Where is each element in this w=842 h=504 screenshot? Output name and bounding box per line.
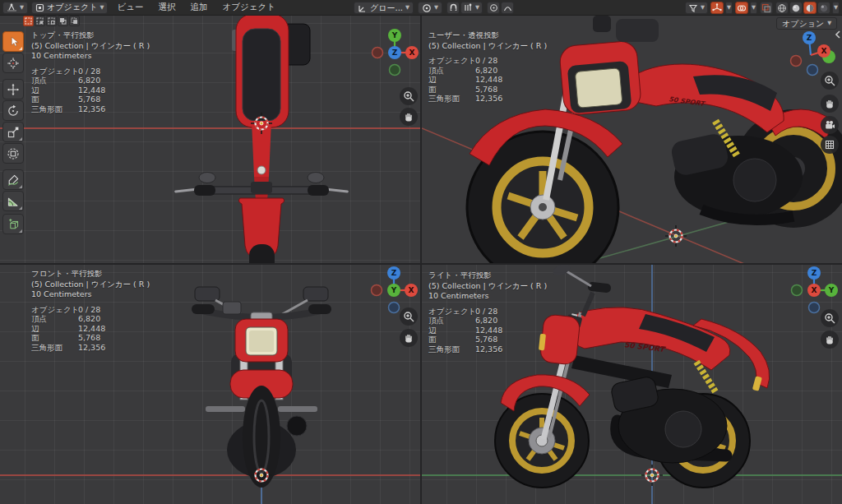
collection-path: (5) Collection | ウインカー ( R ) xyxy=(428,281,547,292)
shading-wireframe-button[interactable] xyxy=(775,2,789,14)
3d-cursor xyxy=(641,465,663,486)
stat-label: 面 xyxy=(428,335,475,344)
overlays-icon xyxy=(737,3,747,13)
stat-value: 5,768 xyxy=(475,85,497,95)
viewport-divider-vertical[interactable] xyxy=(420,16,422,504)
zoom-button[interactable] xyxy=(400,307,418,326)
stat-row: 面5,768 xyxy=(428,335,547,344)
tool-submenu-indicator xyxy=(19,137,22,141)
navigation-gizmo[interactable]: Z Y X xyxy=(789,265,840,316)
pan-button[interactable] xyxy=(821,331,839,349)
shading-rendered-button[interactable] xyxy=(817,2,830,14)
editor-type-button[interactable]: ▼ xyxy=(2,2,28,14)
stat-label: オブジェクト xyxy=(31,67,78,76)
viewport-info: フロント・平行投影 (5) Collection | ウインカー ( R ) 1… xyxy=(31,269,150,352)
stat-row: オブジェクト0 / 28 xyxy=(428,56,547,66)
tool-add-cube[interactable] xyxy=(2,214,24,234)
scene-stats: オブジェクト0 / 28 頂点6,820 辺12,448 面5,768 三角形面… xyxy=(428,56,547,104)
tool-scale[interactable] xyxy=(2,122,24,142)
sidebar-collapse-arrow[interactable] xyxy=(834,27,842,43)
stat-row: 三角形面12,356 xyxy=(31,343,150,353)
rotate-icon xyxy=(7,104,20,118)
svg-text:X: X xyxy=(409,286,414,294)
transform-orientation-dropdown[interactable]: グロー... ▼ xyxy=(354,2,414,14)
cursor-tool-icon xyxy=(7,57,20,70)
dropdown-caret: ▼ xyxy=(99,5,104,11)
viewport-user[interactable]: 50 SPORT xyxy=(422,16,842,263)
stat-label: 頂点 xyxy=(31,314,78,324)
select-mode-extend[interactable] xyxy=(35,16,45,26)
select-mode-intersect[interactable] xyxy=(69,16,80,26)
menu-view[interactable]: ビュー xyxy=(111,2,149,14)
tool-rotate[interactable] xyxy=(2,100,24,121)
tool-annotate[interactable] xyxy=(2,169,24,190)
annotate-icon xyxy=(7,173,20,187)
tool-move[interactable] xyxy=(2,79,24,99)
stat-row: 頂点6,820 xyxy=(31,314,150,324)
viewport-divider-horizontal[interactable] xyxy=(0,263,842,265)
mode-selector[interactable]: オブジェクト ▼ xyxy=(31,2,108,14)
collection-path: (5) Collection | ウインカー ( R ) xyxy=(31,41,150,52)
viewport-info: トップ・平行投影 (5) Collection | ウインカー ( R ) 10… xyxy=(31,30,150,113)
shading-material-icon xyxy=(805,3,815,13)
pan-button[interactable] xyxy=(400,108,418,126)
stat-value: 6,820 xyxy=(78,76,100,86)
zoom-button[interactable] xyxy=(821,309,839,327)
dropdown-caret: ▼ xyxy=(434,5,438,11)
pan-button[interactable] xyxy=(400,329,418,347)
svg-text:X: X xyxy=(812,286,817,294)
proportional-editing-icon xyxy=(489,3,498,12)
tool-cursor[interactable] xyxy=(2,53,24,73)
view-label: ライト・平行投影 xyxy=(428,270,547,281)
navigation-gizmo[interactable]: Y X Z xyxy=(369,27,420,78)
gizmos-dropdown[interactable]: ▼ xyxy=(725,2,733,14)
viewport-right[interactable]: 50 SPORT xyxy=(422,265,842,504)
menu-add[interactable]: 追加 xyxy=(184,2,213,14)
viewport-top[interactable]: トップ・平行投影 (5) Collection | ウインカー ( R ) 10… xyxy=(0,16,420,263)
overlays-toggle[interactable] xyxy=(735,2,748,14)
menu-select[interactable]: 選択 xyxy=(152,2,181,14)
gizmos-toggle[interactable] xyxy=(710,2,724,14)
stat-row: 面5,768 xyxy=(31,333,150,343)
xray-icon xyxy=(761,3,771,13)
snap-magnet-icon xyxy=(449,3,458,12)
shading-dropdown[interactable]: ▼ xyxy=(832,2,840,14)
ortho-perspective-button[interactable] xyxy=(821,136,839,154)
stat-label: 面 xyxy=(428,85,475,95)
shading-material-button[interactable] xyxy=(803,2,817,14)
stat-value: 0 / 28 xyxy=(78,305,100,315)
dropdown-caret: ▼ xyxy=(727,5,731,11)
proportional-editing-toggle[interactable] xyxy=(487,2,500,14)
pan-button[interactable] xyxy=(821,95,839,113)
overlays-dropdown[interactable]: ▼ xyxy=(750,2,757,14)
options-dropdown[interactable]: オプション ▼ xyxy=(776,17,837,30)
viewport-front[interactable]: フロント・平行投影 (5) Collection | ウインカー ( R ) 1… xyxy=(0,265,420,504)
shading-solid-button[interactable] xyxy=(789,2,803,14)
tool-transform[interactable] xyxy=(2,143,24,164)
stat-row: 頂点6,820 xyxy=(428,316,547,326)
view-scale: 10 Centimeters xyxy=(428,291,547,302)
select-mode-subtract[interactable] xyxy=(46,16,57,26)
menu-object[interactable]: オブジェクト xyxy=(216,2,280,14)
scene-stats: オブジェクト0 / 28 頂点6,820 辺12,448 面5,768 三角形面… xyxy=(31,305,150,353)
pivot-point-dropdown[interactable]: ▼ xyxy=(418,2,442,14)
filter-dropdown[interactable]: ▼ xyxy=(685,2,708,14)
stat-row: 頂点6,820 xyxy=(428,66,547,76)
camera-view-button[interactable] xyxy=(821,116,839,134)
dropdown-caret: ▼ xyxy=(752,5,756,11)
proportional-falloff-dropdown[interactable] xyxy=(501,2,514,14)
zoom-button[interactable] xyxy=(400,87,418,105)
snap-toggle[interactable] xyxy=(446,2,460,14)
stat-label: オブジェクト xyxy=(428,307,475,317)
snap-target-dropdown[interactable]: ▼ xyxy=(460,2,483,14)
select-mode-set[interactable] xyxy=(23,16,34,26)
zoom-button[interactable] xyxy=(821,72,839,90)
shading-solid-icon xyxy=(791,3,801,13)
tool-select-box[interactable] xyxy=(2,31,24,52)
tool-submenu-indicator xyxy=(19,185,22,188)
xray-toggle[interactable] xyxy=(760,2,773,14)
stat-row: 辺12,448 xyxy=(31,86,150,95)
view-label: トップ・平行投影 xyxy=(31,30,150,41)
select-mode-invert[interactable] xyxy=(58,16,68,26)
tool-measure[interactable] xyxy=(2,191,24,211)
